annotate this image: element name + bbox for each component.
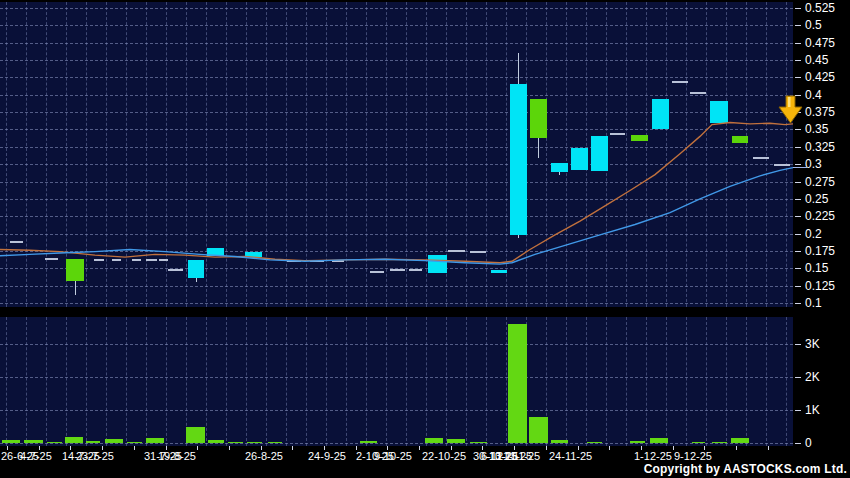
axis-tick: [795, 344, 801, 345]
axis-tick: [795, 147, 801, 148]
axis-tick: [795, 410, 801, 411]
axis-tick: [795, 164, 801, 165]
axis-tick: [166, 446, 167, 450]
axis-tick: [795, 8, 801, 9]
axis-tick: [7, 446, 8, 450]
price-axis-label: 0.2: [805, 228, 822, 240]
x-axis-date-label: 22-10-25: [422, 450, 466, 462]
axis-tick: [795, 234, 801, 235]
axis-tick: [795, 25, 801, 26]
axis-tick: [795, 303, 801, 304]
ma-blue-axis-marker: [793, 167, 807, 168]
x-axis-date-label: 9-10-25: [374, 450, 412, 462]
price-axis-label: 0.25: [805, 193, 828, 205]
x-axis-date-label: 31-7-25: [144, 450, 182, 462]
axis-tick: [795, 443, 801, 444]
axis-tick: [795, 182, 801, 183]
x-axis-date-label: 24-11-25: [549, 450, 592, 462]
volume-axis-label: 1K: [805, 404, 820, 416]
axis-tick: [795, 377, 801, 378]
axis-tick: [768, 446, 769, 450]
price-axis-label: 0.5: [805, 19, 822, 31]
x-axis-date-label: 19-8-25: [158, 450, 196, 462]
price-chart-pane[interactable]: [0, 2, 793, 307]
axis-tick: [578, 446, 579, 450]
axis-tick: [261, 446, 262, 450]
volume-axis-label: 3K: [805, 338, 820, 350]
axis-tick: [546, 446, 547, 450]
axis-tick: [795, 286, 801, 287]
axis-tick: [795, 268, 801, 269]
price-axis-label: 0.175: [805, 245, 835, 257]
axis-tick: [356, 446, 357, 450]
price-axis-label: 0.3: [805, 158, 822, 170]
volume-axis-label: 0: [805, 437, 812, 449]
x-axis-date-label: 1-12-25: [634, 450, 672, 462]
price-axis-label: 0.525: [805, 2, 835, 14]
axis-tick: [451, 446, 452, 450]
x-axis-date-label: 4-7-25: [20, 450, 52, 462]
x-axis-date-label: 26-6-25: [1, 450, 39, 462]
axis-tick: [609, 446, 610, 450]
x-axis-date-label: 6-11-25: [481, 450, 518, 462]
axis-tick: [795, 129, 801, 130]
price-axis-label: 0.4: [805, 89, 822, 101]
axis-tick: [795, 60, 801, 61]
aastocks-stock-chart: 0.5250.50.4750.450.4250.40.3750.350.3250…: [0, 0, 850, 478]
copyright-notice: Copyright by AASTOCKS.com Ltd.: [644, 462, 847, 476]
axis-tick: [795, 77, 801, 78]
price-axis-label: 0.225: [805, 210, 835, 222]
x-axis-date-label: 2-10-25: [356, 450, 394, 462]
axis-tick: [514, 446, 515, 450]
axis-tick: [387, 446, 388, 450]
price-axis-label: 0.275: [805, 176, 835, 188]
x-axis-date-label: 26-8-25: [245, 450, 283, 462]
x-axis-date-label: 9-12-25: [674, 450, 712, 462]
volume-chart-pane[interactable]: [0, 317, 793, 446]
axis-tick: [324, 446, 325, 450]
axis-tick: [795, 251, 801, 252]
axis-tick: [482, 446, 483, 450]
alert-down-arrow-icon: [778, 94, 804, 126]
x-axis-date-label: 23-7-25: [76, 450, 114, 462]
axis-tick: [134, 446, 135, 450]
volume-axis-label: 2K: [805, 371, 820, 383]
price-axis-label: 0.35: [805, 123, 828, 135]
axis-tick: [704, 446, 705, 450]
axis-tick: [795, 43, 801, 44]
price-axis-label: 0.425: [805, 71, 835, 83]
x-axis-date-label: 21-11-25: [497, 450, 540, 462]
axis-tick: [736, 446, 737, 450]
axis-tick: [795, 216, 801, 217]
x-axis-date-label: 14-7-25: [62, 450, 100, 462]
x-axis-date-label: 30-10-25: [473, 450, 517, 462]
axis-tick: [641, 446, 642, 450]
axis-tick: [419, 446, 420, 450]
axis-tick: [673, 446, 674, 450]
price-axis-label: 0.125: [805, 280, 835, 292]
axis-tick: [102, 446, 103, 450]
price-axis-label: 0.475: [805, 37, 835, 49]
x-axis-date-label: 24-9-25: [308, 450, 346, 462]
price-axis-label: 0.15: [805, 262, 828, 274]
axis-tick: [39, 446, 40, 450]
price-axis-label: 0.325: [805, 141, 835, 153]
price-axis-label: 0.375: [805, 106, 835, 118]
price-axis-label: 0.1: [805, 297, 822, 309]
axis-tick: [197, 446, 198, 450]
axis-tick: [795, 199, 801, 200]
axis-tick: [229, 446, 230, 450]
axis-tick: [292, 446, 293, 450]
x-axis-date-label: 13-11-25: [489, 450, 532, 462]
price-axis-label: 0.45: [805, 54, 828, 66]
axis-tick: [70, 446, 71, 450]
